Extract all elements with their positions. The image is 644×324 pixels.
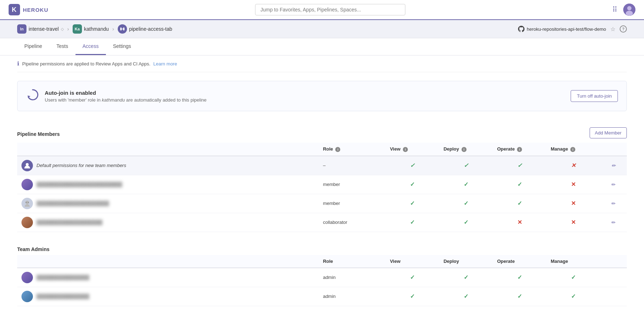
th-role: Role i: [319, 143, 386, 156]
th-manage: Manage i: [546, 143, 600, 156]
operate-cell: ✓: [493, 175, 546, 194]
autojoin-title: Auto-join is enabled: [45, 90, 206, 96]
tab-settings[interactable]: Settings: [106, 38, 138, 55]
role-cell: –: [319, 156, 386, 175]
table-row: ██████████████████████ member ✓ ✓ ✓ ✕ ✏: [17, 194, 627, 213]
deploy-cell: ✓: [439, 194, 493, 213]
heroku-logo[interactable]: K HEROKU: [9, 4, 48, 15]
org-dropdown-icon: ◇: [61, 27, 64, 31]
search-input[interactable]: [255, 4, 405, 15]
autojoin-left: Auto-join is enabled Users with 'member'…: [26, 88, 206, 104]
separator-2: ›: [112, 26, 114, 32]
edit-icon[interactable]: ✏: [611, 182, 616, 187]
view-cell: ✓: [386, 268, 439, 287]
pipeline-name: pipeline-access-tab: [129, 26, 172, 32]
svg-point-6: [26, 163, 29, 166]
th-admin-member: [17, 255, 319, 268]
th-deploy: Deploy i: [439, 143, 493, 156]
breadcrumb-team[interactable]: Ka kathmandu: [73, 24, 109, 34]
learn-more-link[interactable]: Learn more: [153, 61, 177, 67]
user-avatar[interactable]: [623, 4, 635, 16]
member-cell: ████████████████: [21, 291, 314, 302]
org-badge: In: [17, 24, 26, 34]
tab-pipeline[interactable]: Pipeline: [17, 38, 49, 55]
operate-cell: ✓: [493, 287, 546, 306]
table-row: ████████████████ admin ✓ ✓ ✓ ✓: [17, 287, 627, 306]
table-row: Default permissions for new team members…: [17, 156, 627, 175]
operate-cell: ✓: [493, 194, 546, 213]
view-cell: ✓: [386, 287, 439, 306]
help-icon[interactable]: ?: [620, 25, 627, 33]
th-action: [600, 143, 627, 156]
th-admin-manage: Manage: [546, 255, 600, 268]
breadcrumb-actions: heroku-repositories-api-test/flow-demo ☆…: [518, 25, 627, 33]
th-admin-operate: Operate: [493, 255, 546, 268]
member-cell: Default permissions for new team members: [21, 160, 314, 171]
github-link[interactable]: heroku-repositories-api-test/flow-demo: [518, 26, 606, 32]
edit-icon[interactable]: ✏: [611, 201, 616, 206]
operate-cell: ✓: [493, 268, 546, 287]
manage-cell: ✕: [546, 194, 600, 213]
top-nav: K HEROKU ⠿: [0, 0, 644, 20]
breadcrumb: In intense-travel ◇ › Ka kathmandu › pip…: [17, 24, 172, 34]
view-cell: ✓: [386, 175, 439, 194]
tab-tests[interactable]: Tests: [49, 38, 75, 55]
operate-info-icon[interactable]: i: [517, 147, 522, 152]
th-admin-role: Role: [319, 255, 386, 268]
deploy-cell: ✓: [439, 213, 493, 232]
info-text: Pipeline permissions are applied to Revi…: [22, 61, 150, 67]
th-operate: Operate i: [493, 143, 546, 156]
svg-rect-3: [120, 28, 122, 30]
autojoin-desc: Users with 'member' role in kathmandu ar…: [45, 97, 206, 103]
info-icon: ℹ: [17, 60, 19, 67]
operate-cell: ✕: [493, 213, 546, 232]
pipeline-members-header: Pipeline Members Add Member: [17, 120, 627, 143]
role-cell: admin: [319, 287, 386, 306]
member-cell: ██████████████████████: [21, 198, 314, 209]
svg-point-8: [26, 202, 27, 203]
info-banner: ℹ Pipeline permissions are applied to Re…: [17, 55, 627, 72]
autojoin-icon: [26, 88, 39, 104]
breadcrumb-org[interactable]: In intense-travel ◇: [17, 24, 64, 34]
pipeline-members-title: Pipeline Members: [17, 126, 60, 140]
th-admin-action: [600, 255, 627, 268]
deploy-cell: ✓: [439, 175, 493, 194]
manage-cell: ✓: [546, 287, 600, 306]
table-row: ██████████████████████████ member ✓ ✓ ✓ …: [17, 175, 627, 194]
manage-cell: ✓: [546, 268, 600, 287]
svg-point-2: [626, 11, 633, 16]
deploy-cell: ✓: [439, 287, 493, 306]
turn-off-autojoin-button[interactable]: Turn off auto-join: [571, 90, 618, 102]
grid-icon[interactable]: ⠿: [612, 5, 618, 14]
view-cell: ✓: [386, 194, 439, 213]
member-avatar: [21, 160, 33, 171]
nav-right: ⠿: [612, 4, 635, 16]
breadcrumb-bar: In intense-travel ◇ › Ka kathmandu › pip…: [0, 20, 644, 38]
table-header: Role i View i Deploy i Operate i Manage: [17, 143, 627, 156]
th-admin-view: View: [386, 255, 439, 268]
brand-name: HEROKU: [23, 7, 48, 13]
logo-box: K: [9, 4, 20, 15]
autojoin-text: Auto-join is enabled Users with 'member'…: [45, 90, 206, 103]
th-admin-deploy: Deploy: [439, 255, 493, 268]
github-repo-text: heroku-repositories-api-test/flow-demo: [527, 26, 606, 32]
org-name: intense-travel: [29, 26, 59, 32]
add-member-button[interactable]: Add Member: [590, 127, 627, 138]
edit-icon[interactable]: ✏: [611, 220, 616, 225]
member-avatar: [21, 291, 33, 302]
view-info-icon[interactable]: i: [403, 147, 408, 152]
table-row: ████████████████████ collaborator ✓ ✓ ✕ …: [17, 213, 627, 232]
sub-nav: Pipeline Tests Access Settings: [0, 38, 644, 55]
role-info-icon[interactable]: i: [335, 147, 340, 152]
manage-info-icon[interactable]: i: [570, 147, 575, 152]
breadcrumb-pipeline[interactable]: pipeline-access-tab: [118, 24, 172, 34]
tab-access[interactable]: Access: [75, 38, 106, 55]
svg-rect-4: [123, 28, 125, 30]
deploy-info-icon[interactable]: i: [462, 147, 467, 152]
table-row: ████████████████ admin ✓ ✓ ✓ ✓: [17, 268, 627, 287]
star-icon[interactable]: ☆: [610, 26, 615, 33]
svg-point-1: [627, 6, 631, 10]
edit-icon[interactable]: ✏: [611, 163, 616, 168]
team-name: kathmandu: [84, 26, 109, 32]
view-cell: ✓: [386, 213, 439, 232]
